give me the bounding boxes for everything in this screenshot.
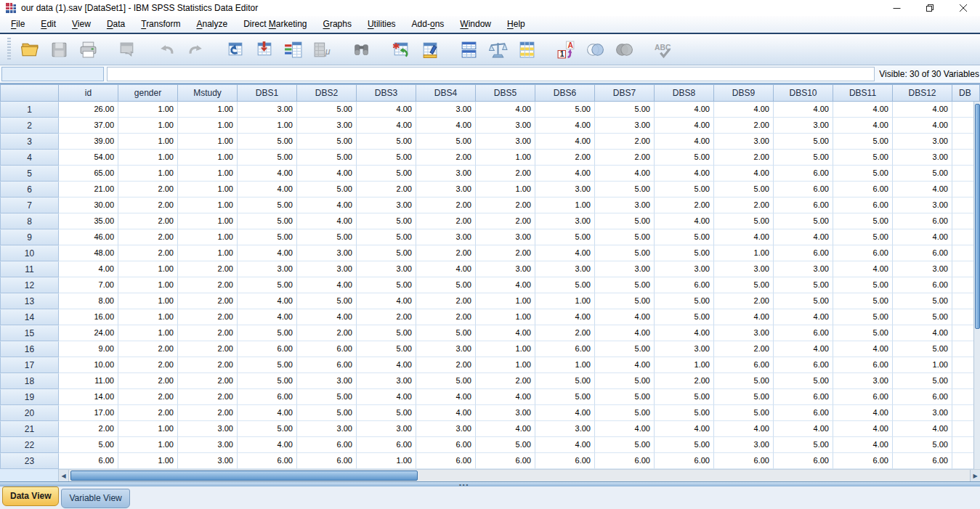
cell-dbs11-row9[interactable]: 5.00 (833, 229, 893, 245)
cell-dbs12-row23[interactable]: 6.00 (893, 453, 952, 469)
cell-dbs4-row5[interactable]: 3.00 (416, 166, 476, 182)
cell-dbs4-row18[interactable]: 5.00 (416, 373, 476, 389)
cell-dbs5-row15[interactable]: 4.00 (476, 325, 535, 341)
cell-dbs2-row20[interactable]: 5.00 (297, 405, 357, 421)
cell-dbs6-row14[interactable]: 4.00 (535, 309, 595, 325)
cell-dbs7-row23[interactable]: 6.00 (595, 453, 655, 469)
cell-gender-row11[interactable]: 1.00 (118, 261, 178, 277)
cell-mstudy-row21[interactable]: 3.00 (178, 421, 238, 437)
cell-dbs6-row20[interactable]: 4.00 (535, 405, 595, 421)
cell-dbs2-row19[interactable]: 5.00 (297, 389, 357, 405)
cell-id-row16[interactable]: 9.00 (59, 341, 118, 357)
cell-dbs8-row16[interactable]: 3.00 (655, 341, 714, 357)
cell-dbs10-row13[interactable]: 5.00 (774, 293, 833, 309)
cell-dbs11-row23[interactable]: 6.00 (833, 453, 893, 469)
row-header-23[interactable]: 23 (0, 453, 59, 469)
cell-dbs4-row12[interactable]: 5.00 (416, 277, 476, 293)
cell-dbs3-row2[interactable]: 4.00 (357, 118, 416, 134)
cell-dbs2-row12[interactable]: 4.00 (297, 277, 357, 293)
cell-dbs1-row1[interactable]: 3.00 (238, 102, 297, 118)
cell-dbs3-row3[interactable]: 5.00 (357, 134, 416, 150)
column-header-dbs4[interactable]: DBS4 (416, 84, 476, 102)
minimize-button[interactable] (880, 0, 913, 16)
cell-dbs9-row1[interactable]: 4.00 (714, 102, 774, 118)
cell-dbs3-row20[interactable]: 5.00 (357, 405, 416, 421)
scroll-right-arrow[interactable]: ▶ (970, 470, 980, 481)
cell-dbs3-row16[interactable]: 5.00 (357, 341, 416, 357)
column-header-partial[interactable]: DB (952, 84, 980, 102)
cell-dbs2-row4[interactable]: 5.00 (297, 150, 357, 166)
cell-dbs5-row22[interactable]: 5.00 (476, 437, 535, 453)
cell-dbs6-row12[interactable]: 5.00 (535, 277, 595, 293)
cell-mstudy-row19[interactable]: 2.00 (178, 389, 238, 405)
cell-dbs1-row9[interactable]: 5.00 (238, 229, 297, 245)
cell-dbs8-row2[interactable]: 4.00 (655, 118, 714, 134)
row-header-8[interactable]: 8 (0, 213, 59, 229)
select-cases-button[interactable] (512, 36, 541, 62)
cell-gender-row14[interactable]: 1.00 (118, 309, 178, 325)
cell-mstudy-row6[interactable]: 1.00 (178, 182, 238, 198)
cell-dbs2-row9[interactable]: 5.00 (297, 229, 357, 245)
cell-dbs11-row18[interactable]: 3.00 (833, 373, 893, 389)
cell-dbs11-row15[interactable]: 5.00 (833, 325, 893, 341)
cell-dbs8-row8[interactable]: 4.00 (655, 213, 714, 229)
descriptives-button[interactable]: μ (307, 36, 336, 62)
row-header-4[interactable]: 4 (0, 150, 59, 166)
cell-dbs10-row15[interactable]: 6.00 (774, 325, 833, 341)
cell-dbs5-row16[interactable]: 1.00 (476, 341, 535, 357)
cell-dbs5-row9[interactable]: 3.00 (476, 229, 535, 245)
splitter-grip-dots[interactable]: ••• (459, 483, 469, 486)
cell-dbs5-row7[interactable]: 2.00 (476, 198, 535, 213)
cell-dbs11-row11[interactable]: 4.00 (833, 261, 893, 277)
cell-dbs7-row20[interactable]: 5.00 (595, 405, 655, 421)
cell-dbs8-row14[interactable]: 5.00 (655, 309, 714, 325)
cell-dbs3-row9[interactable]: 5.00 (357, 229, 416, 245)
cell-dbs10-row10[interactable]: 6.00 (774, 245, 833, 261)
cell-dbs1-row4[interactable]: 5.00 (238, 150, 297, 166)
cell-dbs9-row23[interactable]: 6.00 (714, 453, 774, 469)
cell-id-row18[interactable]: 11.00 (59, 373, 118, 389)
insert-cases-button[interactable] (386, 36, 415, 62)
cell-dbs12-row13[interactable]: 5.00 (893, 293, 952, 309)
cell-dbs9-row8[interactable]: 5.00 (714, 213, 774, 229)
cell-dbs1-row23[interactable]: 6.00 (238, 453, 297, 469)
row-header-21[interactable]: 21 (0, 421, 59, 437)
cell-indicator[interactable] (1, 67, 104, 81)
restore-button[interactable] (913, 0, 947, 16)
cell-mstudy-row15[interactable]: 2.00 (178, 325, 238, 341)
cell-dbs5-row23[interactable]: 6.00 (476, 453, 535, 469)
cell-gender-row16[interactable]: 2.00 (118, 341, 178, 357)
cell-dbs9-row17[interactable]: 6.00 (714, 357, 774, 373)
row-header-14[interactable]: 14 (0, 309, 59, 325)
menu-graphs[interactable]: Graphs (315, 17, 360, 32)
cell-dbs7-row14[interactable]: 4.00 (595, 309, 655, 325)
cell-dbs3-row5[interactable]: 5.00 (357, 166, 416, 182)
cell-dbs1-row3[interactable]: 5.00 (238, 134, 297, 150)
cell-mstudy-row8[interactable]: 1.00 (178, 213, 238, 229)
row-header-15[interactable]: 15 (0, 325, 59, 341)
column-header-dbs6[interactable]: DBS6 (535, 84, 595, 102)
cell-gender-row15[interactable]: 1.00 (118, 325, 178, 341)
cell-dbs9-row10[interactable]: 1.00 (714, 245, 774, 261)
row-header-18[interactable]: 18 (0, 373, 59, 389)
cell-mstudy-row17[interactable]: 2.00 (178, 357, 238, 373)
cell-dbs9-row13[interactable]: 2.00 (714, 293, 774, 309)
cell-mstudy-row5[interactable]: 1.00 (178, 166, 238, 182)
cell-dbs12-row6[interactable]: 4.00 (893, 182, 952, 198)
row-header-3[interactable]: 3 (0, 134, 59, 150)
cell-dbs10-row22[interactable]: 5.00 (774, 437, 833, 453)
save-button[interactable] (44, 36, 73, 62)
cell-dbs6-row10[interactable]: 4.00 (535, 245, 595, 261)
cell-dbs11-row1[interactable]: 4.00 (833, 102, 893, 118)
cell-dbs12-row3[interactable]: 3.00 (893, 134, 952, 150)
cell-dbs5-row6[interactable]: 1.00 (476, 182, 535, 198)
cell-dbs5-row5[interactable]: 2.00 (476, 166, 535, 182)
cell-dbs4-row9[interactable]: 3.00 (416, 229, 476, 245)
cell-mstudy-row9[interactable]: 1.00 (178, 229, 238, 245)
cell-dbs7-row15[interactable]: 4.00 (595, 325, 655, 341)
row-header-9[interactable]: 9 (0, 229, 59, 245)
cell-editor[interactable] (107, 67, 875, 81)
cell-dbs7-row21[interactable]: 4.00 (595, 421, 655, 437)
cell-gender-row5[interactable]: 1.00 (118, 166, 178, 182)
cell-mstudy-row22[interactable]: 3.00 (178, 437, 238, 453)
